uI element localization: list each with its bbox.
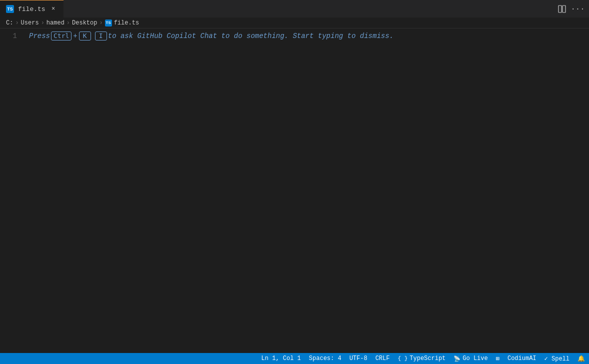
line-ending[interactable]: CRLF — [372, 353, 394, 364]
ts-file-icon: TS — [6, 5, 14, 13]
more-actions-button[interactable]: ··· — [571, 2, 585, 16]
cursor-position[interactable]: Ln 1, Col 1 — [258, 353, 305, 364]
hint-line: Press Ctrl + K I to ask GitHub Copilot C… — [29, 30, 589, 42]
codiumai-text: CodiumAI — [508, 355, 536, 362]
breadcrumb-sep-4: › — [99, 20, 102, 26]
golive-icon: 📡 — [454, 356, 460, 362]
spell-check-text: ✓ Spell — [544, 355, 570, 362]
cursor-position-text: Ln 1, Col 1 — [262, 355, 301, 362]
language-text: TypeScript — [410, 355, 446, 362]
breadcrumb-file-icon: TS — [105, 20, 112, 26]
codiumai-button[interactable]: CodiumAI — [504, 353, 540, 364]
active-tab[interactable]: TS file.ts × — [0, 0, 64, 18]
editor-content[interactable]: Press Ctrl + K I to ask GitHub Copilot C… — [25, 28, 589, 353]
breadcrumb-sep-2: › — [41, 20, 44, 26]
spaces[interactable]: Spaces: 4 — [305, 353, 346, 364]
editor-area[interactable]: 1 Press Ctrl + K I to ask GitHub Copilot… — [0, 28, 589, 353]
tab-bar: TS file.ts × ··· — [0, 0, 589, 18]
line-numbers: 1 — [0, 28, 25, 353]
encoding[interactable]: UTF-8 — [346, 353, 372, 364]
breadcrumb-sep-1: › — [15, 20, 18, 26]
extensions-button[interactable]: ⊞ — [492, 353, 504, 364]
split-editor-button[interactable] — [555, 2, 569, 16]
extensions-icon: ⊞ — [496, 355, 500, 362]
k-key: K — [79, 32, 91, 40]
language-icon: { } — [398, 356, 408, 362]
breadcrumb-users[interactable]: Users — [21, 20, 39, 26]
breadcrumb-desktop[interactable]: Desktop — [72, 20, 97, 26]
language[interactable]: { } TypeScript — [394, 353, 450, 364]
status-right: Ln 1, Col 1 Spaces: 4 UTF-8 CRLF { } Typ… — [258, 353, 589, 364]
line-number-1: 1 — [0, 30, 17, 42]
svg-rect-1 — [562, 6, 566, 12]
notifications-button[interactable]: 🔔 — [574, 353, 589, 364]
breadcrumb-c[interactable]: C: — [6, 20, 13, 26]
breadcrumb-sep-3: › — [66, 20, 70, 26]
plus-sign: + — [73, 30, 77, 42]
breadcrumb-hamed[interactable]: hamed — [46, 20, 64, 26]
golive-text: Go Live — [462, 355, 488, 362]
bell-icon: 🔔 — [578, 355, 585, 362]
status-bar: Ln 1, Col 1 Spaces: 4 UTF-8 CRLF { } Typ… — [0, 353, 589, 364]
go-live-button[interactable]: 📡 Go Live — [450, 353, 492, 364]
tab-filename: file.ts — [18, 6, 46, 13]
breadcrumb-filename[interactable]: file.ts — [114, 20, 139, 26]
tab-close-button[interactable]: × — [50, 5, 58, 13]
ctrl-key: Ctrl — [51, 32, 72, 40]
i-key: I — [95, 32, 107, 40]
hint-press: Press — [29, 30, 50, 42]
svg-rect-0 — [558, 6, 562, 12]
spell-check-button[interactable]: ✓ Spell — [540, 353, 574, 364]
tab-actions: ··· — [555, 2, 589, 16]
hint-rest: to ask GitHub Copilot Chat to do somethi… — [108, 30, 394, 42]
spaces-text: Spaces: 4 — [309, 355, 342, 362]
breadcrumb: C: › Users › hamed › Desktop › TS file.t… — [0, 18, 589, 28]
encoding-text: UTF-8 — [350, 355, 368, 362]
line-ending-text: CRLF — [376, 355, 390, 362]
